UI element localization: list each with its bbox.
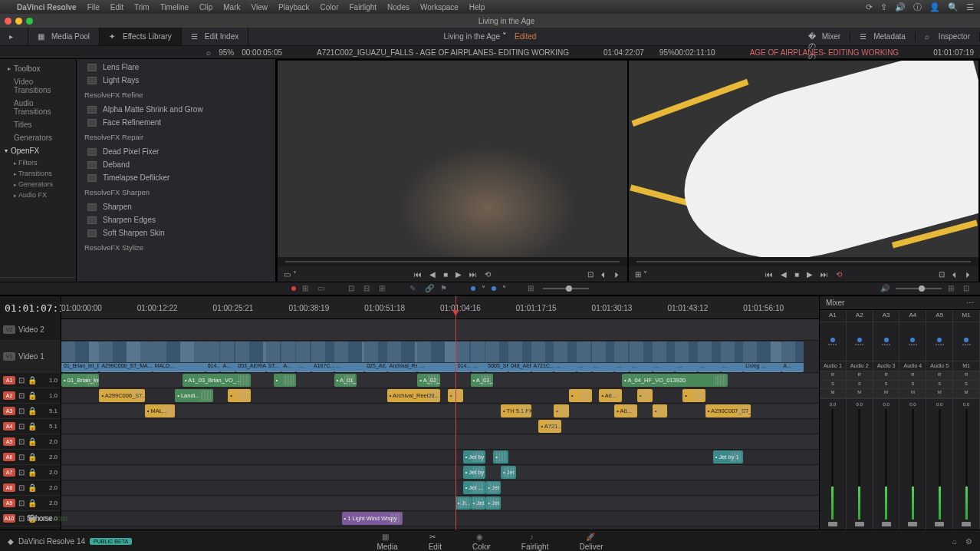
audio-clip[interactable]: • A299C006_ST...	[99, 389, 144, 402]
source-play-button[interactable]: ▶	[455, 270, 462, 279]
metadata-button[interactable]: ☰Metadata	[850, 32, 916, 41]
audio-clip[interactable]: •	[554, 404, 569, 417]
track-head-A4[interactable]: A4⊡🔒5.1	[0, 419, 61, 434]
program-screen[interactable]	[629, 61, 978, 257]
fx-item[interactable]: Sharpen Edges	[77, 213, 275, 226]
project-name[interactable]: Living in the Age ˅	[444, 31, 507, 41]
marker-blue-icon[interactable]	[471, 286, 475, 291]
mixer-fader-A1[interactable]: 0.0	[820, 399, 847, 530]
program-zoom[interactable]: 95%	[659, 48, 675, 57]
video-clip[interactable]: 014...	[206, 341, 221, 372]
expand-button[interactable]: ▸	[0, 28, 28, 45]
video-clip[interactable]: A...	[281, 341, 297, 372]
program-scrubber[interactable]	[629, 257, 978, 266]
program-in-button[interactable]: ⏴	[951, 270, 959, 279]
video-clip[interactable]: ...	[296, 341, 311, 372]
menu-fairlight[interactable]: Fairlight	[350, 3, 377, 12]
audio-clip[interactable]: • Jet ...	[485, 497, 501, 510]
track-head-A2[interactable]: A2⊡🔒1.0	[0, 388, 61, 404]
status-user-icon[interactable]: 👤	[929, 2, 940, 12]
track-A4[interactable]: • A721...	[61, 419, 819, 434]
menu-mark[interactable]: Mark	[223, 3, 240, 12]
source-out-button[interactable]: ⏵	[613, 270, 621, 279]
track-A1[interactable]: • 01_Brian_Int_E...• A1_03_Brian_VO_...•…	[61, 373, 819, 388]
program-loop-button[interactable]: ⟲	[836, 270, 842, 279]
audio-clip[interactable]: • Jet ...	[463, 481, 486, 494]
track-A7[interactable]: • Jet by 1• Jet ...	[61, 465, 819, 480]
video-clip[interactable]: 053_AERIA...	[235, 341, 266, 372]
video-clip[interactable]: A...	[781, 341, 804, 372]
program-stop-button[interactable]: ■	[794, 270, 799, 279]
blade-icon[interactable]: ✎	[409, 284, 419, 293]
mixer-ch-A3[interactable]: A3	[873, 310, 900, 322]
sidebar-generators[interactable]: Generators	[0, 131, 76, 144]
source-scrubber[interactable]	[278, 257, 627, 266]
video-clip[interactable]: 5005_SF...	[485, 341, 508, 372]
source-first-button[interactable]: ⏮	[414, 270, 422, 279]
video-clip[interactable]: 01_Brian_Int_Edit...	[61, 341, 99, 372]
video-clip[interactable]: A721C...	[531, 341, 554, 372]
fx-item[interactable]: Light Rays	[77, 74, 275, 87]
track-head-A10[interactable]: A10⊡🔒2.0	[0, 511, 61, 526]
source-screen[interactable]	[278, 61, 627, 257]
mixer-ch-A4[interactable]: A4	[899, 310, 926, 322]
sidebar-transitions[interactable]: Transitions	[0, 168, 76, 179]
track-v2[interactable]	[61, 319, 819, 341]
menu-file[interactable]: File	[87, 3, 100, 12]
sidebar-audio-transitions[interactable]: Audio Transitions	[0, 97, 76, 118]
fx-item[interactable]: Face Refinement	[77, 116, 275, 129]
audio-clip[interactable]: • Jet by 1	[713, 450, 744, 464]
program-out-button[interactable]: ⏵	[965, 270, 972, 279]
video-clip[interactable]: A...	[220, 341, 235, 372]
mixer-fader-A3[interactable]: 0.0	[873, 399, 900, 530]
menu-workspace[interactable]: Workspace	[420, 3, 459, 12]
video-clip[interactable]: ...	[554, 341, 577, 372]
program-match-button[interactable]: ⊡	[939, 270, 945, 279]
program-prev-button[interactable]: ◀	[781, 270, 787, 279]
menu-playback[interactable]: Playback	[278, 3, 310, 12]
mixer-menu-icon[interactable]: ⋯	[966, 299, 974, 307]
menu-color[interactable]: Color	[321, 3, 339, 12]
page-edit[interactable]: ✂Edit	[429, 533, 442, 551]
search-icon[interactable]: ⌕	[206, 48, 211, 57]
mixer-fader-M1[interactable]: 0.0	[953, 399, 980, 530]
track-head-A8[interactable]: A8⊡🔒2.0	[0, 480, 61, 496]
fx-item[interactable]: Sharpen	[77, 200, 275, 213]
edit-index-button[interactable]: ☰Edit Index	[182, 28, 248, 45]
video-clip[interactable]: ...	[630, 341, 653, 372]
flag-icon[interactable]: ⚑	[440, 284, 449, 293]
append-icon[interactable]: ⊞	[379, 284, 388, 293]
audio-clip[interactable]: • A721...	[538, 420, 561, 433]
audio-clip[interactable]: • A8...	[599, 389, 622, 402]
track-head-A1[interactable]: A1⊡🔒1.0	[0, 373, 61, 388]
mixer-ch-A5[interactable]: A5	[926, 310, 953, 322]
media-pool-button[interactable]: ▦Media Pool	[28, 28, 100, 45]
status-wifi-icon[interactable]: ⇪	[880, 2, 887, 12]
overwrite-icon[interactable]: ▭	[317, 284, 327, 293]
track-A9[interactable]: • Jt...• Jet ...• Jet ...	[61, 496, 819, 511]
fit-icon[interactable]: ⊟	[363, 284, 373, 293]
link-icon[interactable]: 🔗	[425, 284, 434, 293]
fx-item[interactable]: Dead Pixel Fixer	[77, 145, 275, 158]
page-color[interactable]: ◉Color	[472, 533, 491, 551]
zoom-slider[interactable]	[543, 288, 589, 289]
video-clip[interactable]: MALD...	[153, 341, 206, 372]
marker-blue2-icon[interactable]	[492, 286, 496, 291]
track-A10[interactable]: • 1 Light Wind Wispy	[61, 511, 819, 526]
maximize-button[interactable]	[26, 18, 33, 25]
mixer-fader-A5[interactable]: 0.0	[926, 399, 953, 530]
insert-icon[interactable]: ⊞	[302, 284, 311, 293]
audio-clip[interactable]: •	[653, 404, 668, 417]
video-clip[interactable]: ...	[334, 341, 365, 372]
menu-clip[interactable]: Clip	[199, 3, 212, 12]
video-clip[interactable]: ...	[471, 341, 486, 372]
track-head-A6[interactable]: A6⊡🔒2.0	[0, 450, 61, 465]
menu-trim[interactable]: Trim	[134, 3, 150, 12]
audio-clip[interactable]: • Jt...	[455, 497, 471, 510]
page-deliver[interactable]: 🚀Deliver	[579, 533, 603, 551]
audio-clip[interactable]: •	[569, 389, 592, 402]
audio-clip[interactable]: • A_01_H_...	[334, 374, 357, 387]
page-media[interactable]: ▦Media	[377, 533, 397, 551]
sidebar-filters[interactable]: Filters	[0, 157, 76, 168]
video-clip[interactable]: ...	[417, 341, 455, 372]
